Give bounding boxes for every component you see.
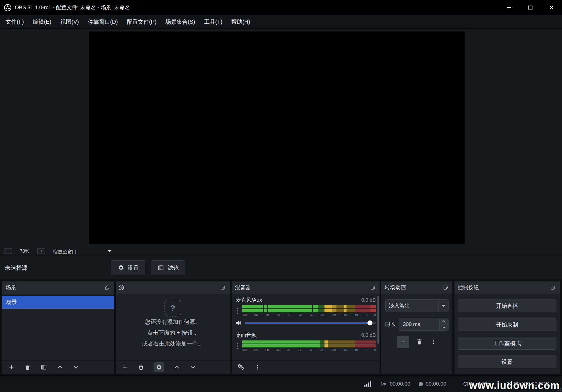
move-scene-down-button[interactable] <box>72 364 80 371</box>
audio-level-meter <box>242 344 376 347</box>
move-scene-up-button[interactable] <box>56 364 64 371</box>
add-source-button[interactable] <box>121 364 129 371</box>
sources-empty-state: ? 您还没有添加任何源。 点击下面的 + 按钮， 或者右击此处添加一个。 <box>116 294 230 349</box>
source-properties-button[interactable]: 设置 <box>111 260 145 275</box>
tick-label: -55 <box>253 348 258 352</box>
zoom-in-button[interactable]: + <box>37 248 45 254</box>
scenes-panel-header[interactable]: 场景 <box>2 281 114 294</box>
menu-docks[interactable]: 停靠窗口(D) <box>83 15 122 28</box>
remove-source-button[interactable] <box>137 364 145 371</box>
volume-slider[interactable] <box>245 319 376 327</box>
settings-button[interactable]: 设置 <box>458 356 556 368</box>
source-filters-button[interactable]: 滤镜 <box>151 260 185 275</box>
controls-body: 开始直播 开始录制 工作室模式 设置 <box>454 294 560 374</box>
popout-icon[interactable] <box>442 284 449 291</box>
transitions-panel-title: 转场动画 <box>385 284 406 291</box>
preview-canvas[interactable] <box>89 31 465 244</box>
source-properties-toolbar-button[interactable] <box>154 362 164 372</box>
sources-list[interactable]: ? 您还没有添加任何源。 点击下面的 + 按钮， 或者右击此处添加一个。 <box>116 294 230 360</box>
controls-panel-header[interactable]: 控制按钮 <box>454 281 560 294</box>
stream-timer-group: 00:00:00 <box>380 380 410 388</box>
popout-icon[interactable] <box>103 284 111 291</box>
add-transition-button[interactable] <box>397 336 409 348</box>
transitions-panel-header[interactable]: 转场动画 <box>381 281 452 294</box>
mixer-panel-header[interactable]: 混音器 <box>232 281 380 294</box>
menu-edit[interactable]: 编辑(E) <box>28 15 56 28</box>
popout-icon[interactable] <box>549 284 556 291</box>
duration-increase-button[interactable] <box>440 318 448 325</box>
remove-scene-button[interactable] <box>24 364 31 371</box>
scene-item-label: 场景 <box>6 299 17 306</box>
transition-select-arrow-button[interactable] <box>439 299 449 312</box>
source-filters-label: 滤镜 <box>168 264 179 272</box>
menu-profile[interactable]: 配置文件(P) <box>122 15 161 28</box>
audio-level-meter <box>242 340 376 344</box>
meter-scale: -60-55-50-45-40-35-30-25-20-15-10-50 <box>242 348 376 352</box>
menu-help[interactable]: 帮助(H) <box>227 15 255 28</box>
duration-decrease-button[interactable] <box>440 325 448 330</box>
menu-tools[interactable]: 工具(T) <box>200 15 227 28</box>
preview-zoom-bar: − 70% + 缩放至窗口 <box>0 247 562 255</box>
broadcast-icon <box>380 380 387 388</box>
move-source-up-button[interactable] <box>173 364 180 371</box>
tick-label: -60 <box>242 348 247 352</box>
duration-label: 时长 <box>385 321 399 328</box>
tick-label: 0 <box>374 348 376 352</box>
record-dot-icon <box>419 382 423 386</box>
menu-file[interactable]: 文件(F) <box>1 15 28 28</box>
scenes-panel-title: 场景 <box>6 284 16 291</box>
sources-panel-title: 源 <box>119 284 124 291</box>
tick-label: -5 <box>365 348 367 352</box>
mixer-channel-name: 麦克风/Aux <box>236 296 262 304</box>
tick-label: -60 <box>242 313 247 316</box>
channel-config-kebab-icon[interactable] <box>234 305 241 316</box>
sources-toolbar <box>116 360 230 374</box>
zoom-dropdown-caret-icon[interactable] <box>108 250 112 254</box>
tick-label: -20 <box>331 348 336 352</box>
popout-icon[interactable] <box>219 284 226 291</box>
move-source-down-button[interactable] <box>189 364 197 371</box>
tick-label: -5 <box>365 313 367 316</box>
source-properties-label: 设置 <box>128 264 139 272</box>
controls-panel: 控制按钮 开始直播 开始录制 工作室模式 设置 <box>454 281 560 374</box>
scenes-panel: 场景 场景 <box>2 281 114 374</box>
start-streaming-button[interactable]: 开始直播 <box>458 300 556 312</box>
channel-config-kebab-icon[interactable] <box>234 340 241 352</box>
maximize-button[interactable] <box>520 0 541 15</box>
menu-view[interactable]: 视图(V) <box>56 15 83 28</box>
remove-transition-button[interactable] <box>416 338 423 345</box>
window-titlebar[interactable]: OBS 31.1.0-rc1 - 配置文件: 未命名 - 场景: 未命名 × <box>0 0 562 15</box>
close-icon: × <box>549 4 553 11</box>
minimize-button[interactable] <box>498 0 520 15</box>
tick-label: -30 <box>309 348 313 352</box>
mixer-kebab-icon[interactable] <box>254 364 261 371</box>
menu-scene-collection[interactable]: 场景集合(S) <box>161 15 200 28</box>
chevron-down-icon <box>442 305 445 309</box>
add-scene-button[interactable] <box>8 364 15 371</box>
volume-slider-handle[interactable] <box>367 320 372 325</box>
scene-list-item[interactable]: 场景 <box>2 296 114 309</box>
mixer-body: 麦克风/Aux 0.0 dB -60-55-50-45-40-35-30-25-… <box>232 294 380 360</box>
transition-select[interactable]: 淡入淡出 <box>385 299 439 312</box>
close-button[interactable]: × <box>541 0 562 15</box>
speaker-icon[interactable] <box>234 319 243 327</box>
tick-label: 0 <box>374 313 376 316</box>
studio-mode-button[interactable]: 工作室模式 <box>458 337 556 350</box>
audio-mixer-panel: 混音器 麦克风/Aux 0.0 dB -60-55-50-45-40-35-30… <box>232 281 380 374</box>
transition-kebab-icon[interactable] <box>430 338 437 345</box>
tick-label: -30 <box>309 313 313 316</box>
zoom-out-button[interactable]: − <box>4 248 12 254</box>
scene-filters-button[interactable] <box>40 364 47 371</box>
mixer-scrollbar[interactable] <box>377 296 379 344</box>
tick-label: -40 <box>287 348 291 352</box>
popout-icon[interactable] <box>369 284 376 291</box>
advanced-audio-gears-icon[interactable] <box>237 364 245 371</box>
start-recording-button[interactable]: 开始录制 <box>458 318 556 331</box>
sources-panel-header[interactable]: 源 <box>116 281 230 294</box>
filters-icon <box>157 264 164 271</box>
tick-label: -45 <box>276 313 280 316</box>
tick-label: -25 <box>320 348 324 352</box>
tick-label: -15 <box>342 313 347 316</box>
duration-spinbox[interactable]: 300 ms <box>399 318 449 331</box>
tick-label: -55 <box>253 313 258 316</box>
